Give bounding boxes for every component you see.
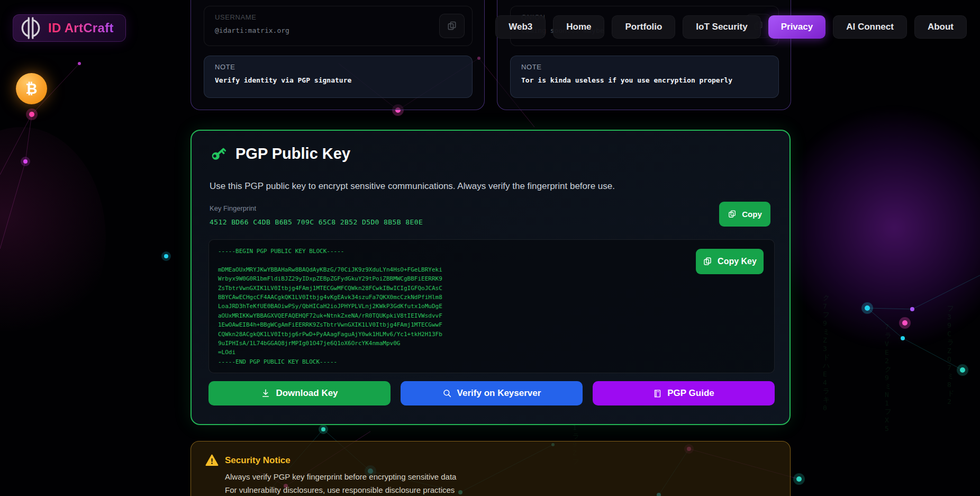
purple-nebula-decoration	[773, 106, 980, 349]
top-navigation: ID ArtCraft Web3 Home Portfolio IoT Secu…	[0, 0, 980, 49]
verify-keyserver-button[interactable]: Verify on Keyserver	[401, 381, 583, 405]
security-notice-line: For vulnerability disclosures, use respo…	[225, 485, 455, 494]
warning-icon	[205, 454, 219, 466]
pgp-key-block: -----BEGIN PGP PUBLIC KEY BLOCK----- mDM…	[208, 239, 775, 373]
brand-name: ID ArtCraft	[48, 21, 114, 35]
note-box: NOTE Tor is kinda useless if you use enc…	[510, 56, 779, 98]
nav-item-about[interactable]: About	[914, 15, 967, 39]
fingerprint-value: 4512 BD66 C4DB B6B5 709C 65C8 2B52 D5D0 …	[210, 218, 423, 226]
note-text: Tor is kinda useless if you use encrypti…	[521, 76, 732, 84]
book-icon	[653, 389, 662, 398]
security-notice-line: Always verify PGP key fingerprint before…	[225, 472, 456, 481]
download-key-label: Download Key	[276, 388, 338, 399]
pgp-key-text: -----BEGIN PGP PUBLIC KEY BLOCK----- mDM…	[218, 247, 442, 366]
nav-item-portfolio[interactable]: Portfolio	[612, 15, 675, 39]
copy-fingerprint-button[interactable]: Copy	[719, 202, 770, 227]
key-icon	[210, 145, 228, 163]
nav-item-privacy[interactable]: Privacy	[768, 15, 826, 39]
pgp-actions: Download Key Verify on Keyserver PGP	[208, 381, 775, 405]
copy-key-button[interactable]: Copy Key	[696, 249, 764, 274]
copy-icon	[728, 210, 737, 219]
note-text: Verify identity via PGP signature	[215, 76, 351, 84]
nav-item-web3[interactable]: Web3	[495, 15, 546, 39]
pgp-guide-button[interactable]: PGP Guide	[593, 381, 775, 405]
search-icon	[442, 389, 452, 398]
copy-key-label: Copy Key	[718, 257, 757, 266]
note-label: NOTE	[521, 63, 542, 71]
nav-item-home[interactable]: Home	[553, 15, 604, 39]
nav-item-iot-security[interactable]: IoT Security	[683, 15, 760, 39]
copy-icon	[703, 257, 712, 266]
page: ク 7 フ 9 ミ Z 3 ド ハ E 4 ラ キ 0 7 ラ V E 2 ク …	[0, 0, 980, 496]
verify-keyserver-label: Verify on Keyserver	[457, 388, 541, 399]
fingerprint-label: Key Fingerprint	[210, 204, 256, 212]
nav-item-ai-connect[interactable]: AI Connect	[833, 15, 907, 39]
copy-button-label: Copy	[742, 210, 762, 219]
bitcoin-badge[interactable]: ₿	[16, 73, 47, 104]
pgp-public-key-card: PGP Public Key Use this PGP public key t…	[190, 130, 791, 425]
download-key-button[interactable]: Download Key	[208, 381, 391, 405]
id-monogram-icon	[20, 16, 42, 40]
security-notice-title: Security Notice	[225, 455, 291, 466]
pgp-description: Use this PGP public key to encrypt sensi…	[210, 181, 615, 192]
brand-logo[interactable]: ID ArtCraft	[13, 14, 126, 42]
download-icon	[261, 389, 270, 398]
pink-glow-decoration	[0, 127, 106, 349]
security-notice-card: Security Notice Always verify PGP key fi…	[190, 441, 791, 496]
pgp-title: PGP Public Key	[235, 145, 350, 163]
nav-menu: Web3 Home Portfolio IoT Security Privacy…	[495, 15, 967, 39]
bitcoin-icon: ₿	[25, 80, 37, 97]
note-label: NOTE	[215, 63, 235, 71]
pgp-guide-label: PGP Guide	[667, 388, 714, 399]
note-box: NOTE Verify identity via PGP signature	[204, 56, 473, 98]
